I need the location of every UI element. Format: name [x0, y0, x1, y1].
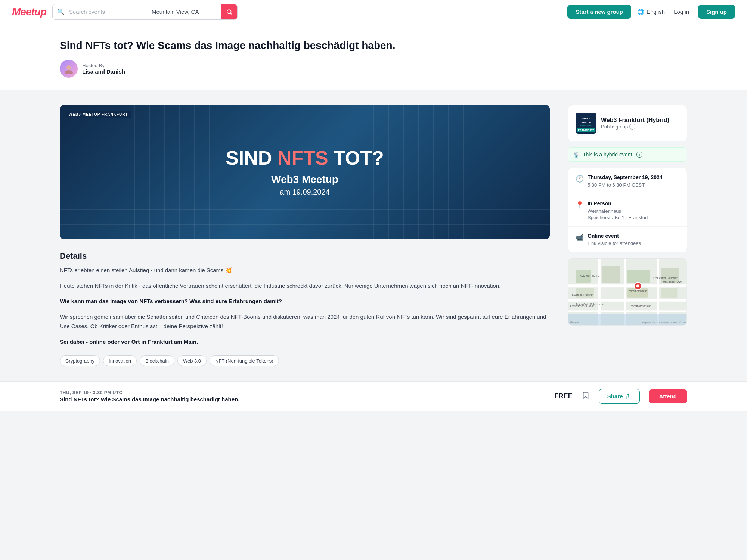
- svg-text:Westhafenbrücke: Westhafenbrücke: [631, 305, 651, 307]
- tag-nft[interactable]: NFT (Non-fungible Tokens): [210, 355, 279, 366]
- online-row: 📹 Online event Link visible for attendee…: [568, 227, 687, 252]
- footer-price: FREE: [555, 392, 573, 400]
- tags-container: Cryptography Innovation Blockchain Web 3…: [60, 355, 550, 366]
- location-row: 📍 In Person Westhafenhaus Speicherstraße…: [568, 194, 687, 227]
- hybrid-icon: 📡: [573, 152, 580, 158]
- group-header: WEB3 MEETUP FRANKFURT FRANKFURT Web3 Fra…: [576, 113, 679, 134]
- save-button[interactable]: [582, 391, 590, 402]
- signup-button[interactable]: Sign up: [698, 5, 735, 19]
- img-title-highlight: NFTS: [278, 147, 328, 169]
- details-para3: Wir sprechen gemeinsam über die Schatten…: [60, 312, 550, 331]
- search-input[interactable]: [65, 9, 147, 15]
- group-card: WEB3 MEETUP FRANKFURT FRANKFURT Web3 Fra…: [568, 105, 687, 141]
- svg-text:WEB3: WEB3: [582, 117, 590, 120]
- venue-address: Speicherstraße 1 · Frankfurt: [588, 215, 648, 220]
- details-para1: NFTs erlebten einen steilen Aufstieg - u…: [60, 265, 550, 275]
- event-badge: WEB3 MEETUP FRANKFURT: [66, 111, 131, 118]
- svg-text:FRANKFURT: FRANKFURT: [578, 129, 594, 131]
- event-details-card: 🕐 Thursday, September 19, 2024 5:30 PM t…: [568, 168, 687, 252]
- svg-rect-18: [627, 270, 650, 283]
- svg-point-1: [65, 70, 73, 74]
- group-type: Public group ?: [601, 124, 669, 130]
- venue-name: Westhafenhaus: [588, 208, 648, 214]
- svg-text:Frankfurter Botschaft: Frankfurter Botschaft: [653, 277, 678, 280]
- hybrid-badge: 📡 This is a hybrid event. i: [568, 147, 687, 162]
- svg-text:FRANKFURT: FRANKFURT: [580, 124, 592, 127]
- svg-text:SAALBAU Gutleut: SAALBAU Gutleut: [579, 275, 600, 278]
- svg-text:MEETUP: MEETUP: [581, 121, 591, 124]
- svg-rect-9: [568, 284, 686, 287]
- image-subtitle: Web3 Meetup: [271, 174, 338, 186]
- footer-date: THU, SEP 19 · 3:30 PM UTC: [60, 390, 546, 395]
- host-name[interactable]: Lisa and Danish: [82, 68, 125, 75]
- content-left: WEB3 MEETUP FRANKFURT SIND NFTS TOT? Web…: [60, 105, 550, 366]
- group-logo: WEB3 MEETUP FRANKFURT FRANKFURT: [576, 113, 596, 134]
- meetup-logo[interactable]: Meetup: [12, 6, 46, 18]
- img-title-white2: TOT?: [334, 147, 384, 169]
- share-label: Share: [607, 393, 623, 399]
- hybrid-info-icon[interactable]: i: [636, 152, 642, 158]
- login-button[interactable]: Log in: [671, 9, 692, 15]
- details-cta: Sei dabei - online oder vor Ort in Frank…: [60, 337, 550, 347]
- details-bold-question: Wie kann man das Image von NFTs verbesse…: [60, 296, 550, 306]
- main-content: WEB3 MEETUP FRANKFURT SIND NFTS TOT? Web…: [0, 90, 747, 381]
- svg-rect-10: [568, 299, 686, 302]
- img-title-white1: SIND: [226, 147, 272, 169]
- group-name: Web3 Frankfurt (Hybrid): [601, 117, 669, 124]
- svg-rect-22: [661, 288, 678, 298]
- map-container[interactable]: SAALBAU Gutleut Westhafenhaus Westhafen …: [568, 258, 687, 326]
- hosted-by: Hosted By Lisa and Danish: [60, 60, 687, 78]
- svg-text:Westhafen Tower: Westhafen Tower: [663, 280, 683, 283]
- svg-text:Westhafenhaus: Westhafenhaus: [629, 290, 647, 292]
- date-display: Thursday, September 19, 2024: [588, 174, 663, 181]
- svg-text:Map data ©2024 GeoBasis-DE/BKG: Map data ©2024 GeoBasis-DE/BKG (©2009), …: [642, 321, 687, 324]
- tag-blockchain[interactable]: Blockchain: [140, 355, 174, 366]
- globe-icon: 🌐: [637, 9, 644, 15]
- location-icon: 📍: [576, 201, 583, 209]
- group-info-icon[interactable]: ?: [629, 124, 635, 130]
- hybrid-label: This is a hybrid event.: [583, 152, 633, 158]
- event-title: Sind NFTs tot? Wie Scams das Image nachh…: [60, 39, 687, 52]
- details-heading: Details: [60, 251, 550, 261]
- svg-rect-11: [568, 311, 686, 312]
- footer-bar: THU, SEP 19 · 3:30 PM UTC Sind NFTs tot?…: [0, 381, 747, 411]
- avatar: [60, 60, 78, 78]
- location-type: In Person: [588, 200, 648, 208]
- hosted-by-label: Hosted By: [82, 63, 125, 68]
- image-title: SIND NFTS TOT?: [226, 148, 384, 168]
- event-image: WEB3 MEETUP FRANKFURT SIND NFTS TOT? Web…: [60, 105, 550, 239]
- svg-point-32: [636, 284, 639, 287]
- search-bar: 🔍: [52, 4, 238, 20]
- share-button[interactable]: Share: [599, 389, 640, 404]
- date-row: 🕐 Thursday, September 19, 2024 5:30 PM t…: [568, 168, 687, 194]
- svg-text:L'Osteria Frankfurt: L'Osteria Frankfurt: [572, 293, 593, 296]
- footer-event-title: Sind NFTs tot? Wie Scams das Image nachh…: [60, 396, 546, 402]
- search-button[interactable]: [221, 4, 237, 20]
- time-display: 5:30 PM to 6:30 PM CEST: [588, 182, 663, 188]
- svg-point-0: [66, 65, 71, 70]
- location-input[interactable]: [147, 9, 221, 15]
- video-icon: 📹: [576, 233, 583, 242]
- svg-text:Google: Google: [570, 321, 579, 324]
- new-group-button[interactable]: Start a new group: [567, 5, 631, 19]
- online-note: Link visible for attendees: [588, 240, 641, 246]
- online-label: Online event: [588, 233, 641, 240]
- map-background: SAALBAU Gutleut Westhafenhaus Westhafen …: [568, 259, 687, 325]
- content-right: WEB3 MEETUP FRANKFURT FRANKFURT Web3 Fra…: [568, 105, 687, 326]
- svg-rect-17: [602, 266, 620, 283]
- clock-icon: 🕐: [576, 175, 583, 183]
- language-button[interactable]: 🌐 English: [637, 9, 665, 15]
- attend-button[interactable]: Attend: [649, 389, 688, 403]
- grid-overlay: [60, 105, 550, 239]
- svg-rect-20: [576, 288, 594, 298]
- details-para2: Heute stehen NFTs in der Kritik - das öf…: [60, 281, 550, 291]
- tag-innovation[interactable]: Innovation: [103, 355, 137, 366]
- lang-label: English: [647, 9, 665, 15]
- search-icon: 🔍: [53, 8, 65, 15]
- tag-web3[interactable]: Web 3.0: [177, 355, 207, 366]
- event-title-area: Sind NFTs tot? Wie Scams das Image nachh…: [0, 24, 747, 90]
- svg-text:Arben Coli - Dolmetscher: Arben Coli - Dolmetscher: [576, 303, 605, 305]
- image-date: am 19.09.2024: [280, 188, 329, 196]
- header: Meetup 🔍 Start a new group 🌐 English Log…: [0, 0, 747, 24]
- tag-cryptography[interactable]: Cryptography: [60, 355, 100, 366]
